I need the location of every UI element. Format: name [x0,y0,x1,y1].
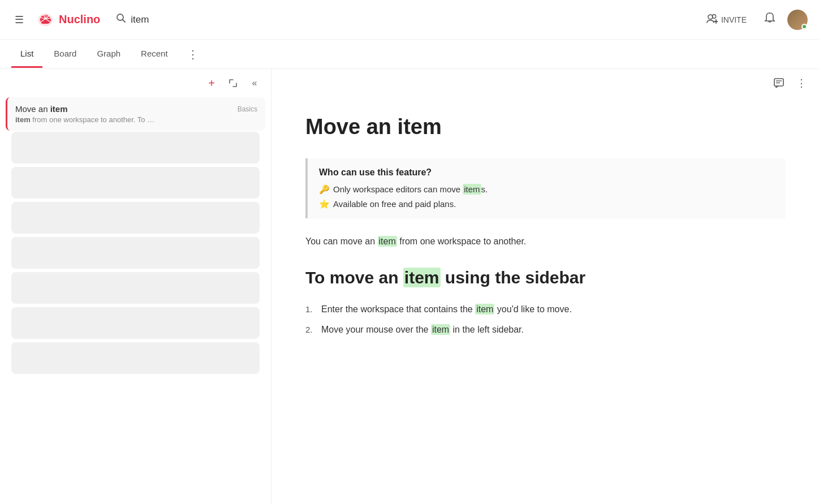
list-item[interactable] [11,202,260,234]
header-right: INVITE [701,10,808,30]
invite-button[interactable]: INVITE [701,10,752,29]
collapse-sidebar-button[interactable]: « [246,75,263,92]
list-item[interactable] [11,237,260,269]
content-scroll: Move an item Who can use this feature? 🔑… [271,97,819,504]
invite-label: INVITE [721,15,747,24]
sidebar-toolbar: + « [0,69,271,97]
list-num-2: 2. [305,322,317,337]
list-item[interactable] [11,272,260,304]
tab-board[interactable]: Board [45,41,85,68]
callout-block: Who can use this feature? 🔑 Only workspa… [305,158,785,218]
logo-text: Nuclino [59,13,100,26]
add-item-button[interactable]: + [203,75,220,92]
more-options-button[interactable]: ⋮ [793,75,810,92]
doc-ordered-list: 1. Enter the workspace that contains the… [305,302,785,337]
callout-item-2: ⭐ Available on free and paid plans. [319,199,774,209]
lock-emoji: 🔑 [319,184,330,195]
callout-item-1: 🔑 Only workspace editors can move items. [319,184,774,195]
highlight-item-list-2: item [431,324,450,335]
search-query: item [131,14,149,25]
comments-button[interactable] [770,75,787,92]
svg-line-3 [123,20,126,23]
search-area[interactable]: item [116,13,692,26]
nav-tabs: List Board Graph Recent ⋮ [0,40,819,69]
tab-recent[interactable]: Recent [132,41,177,68]
notification-bell-icon[interactable] [764,12,776,27]
list-text-2: Move your mouse over the item in the lef… [321,322,524,337]
svg-point-1 [45,18,46,19]
tab-graph[interactable]: Graph [88,41,130,68]
doc-heading2: To move an item using the sidebar [305,266,785,288]
user-avatar[interactable] [787,10,808,30]
item-title: Move an item [15,104,68,114]
nav-more-button[interactable]: ⋮ [182,43,204,66]
brain-icon [36,11,54,29]
expand-sidebar-button[interactable] [225,75,242,92]
highlight-item-h2: item [403,268,441,287]
header: ☰ Nuclino item [0,0,819,40]
list-text-1: Enter the workspace that contains the it… [321,302,572,317]
svg-rect-8 [774,79,783,86]
search-icon [116,13,126,26]
callout-text-2: Available on free and paid plans. [333,199,456,209]
tab-list[interactable]: List [11,41,42,68]
callout-text-1: Only workspace editors can move items. [333,184,488,194]
logo[interactable]: Nuclino [36,11,100,29]
list-item[interactable] [11,307,260,339]
star-emoji: ⭐ [319,199,330,209]
list-item[interactable] [11,132,260,163]
sidebar: + « Move an item Basics item from one wo… [0,69,271,504]
list-item-1: 1. Enter the workspace that contains the… [305,302,785,317]
sidebar-items-list: Move an item Basics item from one worksp… [0,97,271,377]
highlight-item-para: item [378,236,397,247]
content-toolbar: ⋮ [271,69,819,97]
content-area: ⋮ Move an item Who can use this feature?… [271,69,819,504]
list-item[interactable] [11,342,260,374]
highlight-items-1: item [463,184,481,195]
list-item-2: 2. Move your mouse over the item in the … [305,322,785,337]
doc-paragraph: You can move an item from one workspace … [305,234,785,249]
online-indicator [801,24,807,29]
sidebar-item-active[interactable]: Move an item Basics item from one worksp… [6,97,265,131]
list-item[interactable] [11,167,260,199]
sidebar-item-header: Move an item Basics [15,104,257,114]
hamburger-menu-icon[interactable]: ☰ [11,10,27,29]
doc-title: Move an item [305,114,785,140]
list-num-1: 1. [305,302,317,317]
main-container: + « Move an item Basics item from one wo… [0,69,819,504]
highlight-item-list-1: item [475,304,494,315]
item-preview: item from one workspace to another. To … [15,115,257,124]
item-badge: Basics [238,105,257,113]
invite-icon [706,14,718,26]
callout-heading: Who can use this feature? [319,167,774,178]
